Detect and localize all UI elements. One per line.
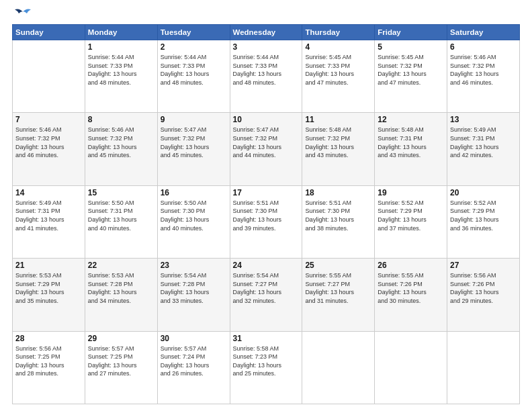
calendar-cell bbox=[375, 331, 447, 404]
day-info: Sunrise: 5:45 AM Sunset: 7:32 PM Dayligh… bbox=[378, 53, 444, 87]
day-number: 19 bbox=[378, 188, 444, 197]
calendar-cell: 5Sunrise: 5:45 AM Sunset: 7:32 PM Daylig… bbox=[375, 40, 447, 113]
calendar-cell: 31Sunrise: 5:58 AM Sunset: 7:23 PM Dayli… bbox=[230, 331, 302, 404]
day-info: Sunrise: 5:46 AM Sunset: 7:32 PM Dayligh… bbox=[88, 126, 154, 159]
day-info: Sunrise: 5:47 AM Sunset: 7:32 PM Dayligh… bbox=[161, 126, 227, 159]
calendar-cell: 6Sunrise: 5:46 AM Sunset: 7:32 PM Daylig… bbox=[447, 40, 520, 113]
calendar-header-tuesday: Tuesday bbox=[157, 25, 230, 40]
day-info: Sunrise: 5:57 AM Sunset: 7:24 PM Dayligh… bbox=[161, 345, 227, 378]
day-number: 8 bbox=[88, 115, 154, 124]
calendar-cell bbox=[13, 40, 85, 113]
day-number: 16 bbox=[161, 188, 227, 197]
day-number: 12 bbox=[378, 115, 444, 124]
calendar-cell bbox=[447, 331, 520, 404]
calendar-cell: 4Sunrise: 5:45 AM Sunset: 7:33 PM Daylig… bbox=[302, 40, 375, 113]
calendar-cell: 17Sunrise: 5:51 AM Sunset: 7:30 PM Dayli… bbox=[230, 185, 302, 258]
calendar-cell: 29Sunrise: 5:57 AM Sunset: 7:25 PM Dayli… bbox=[85, 331, 157, 404]
calendar-cell: 23Sunrise: 5:54 AM Sunset: 7:28 PM Dayli… bbox=[157, 259, 230, 331]
calendar-cell: 20Sunrise: 5:52 AM Sunset: 7:29 PM Dayli… bbox=[447, 185, 520, 258]
day-number: 5 bbox=[378, 42, 444, 52]
day-info: Sunrise: 5:58 AM Sunset: 7:23 PM Dayligh… bbox=[233, 345, 300, 378]
day-info: Sunrise: 5:55 AM Sunset: 7:27 PM Dayligh… bbox=[305, 271, 371, 305]
day-info: Sunrise: 5:46 AM Sunset: 7:32 PM Dayligh… bbox=[450, 53, 517, 87]
calendar-cell: 3Sunrise: 5:44 AM Sunset: 7:33 PM Daylig… bbox=[230, 40, 302, 113]
calendar-cell: 8Sunrise: 5:46 AM Sunset: 7:32 PM Daylig… bbox=[85, 113, 157, 185]
day-info: Sunrise: 5:50 AM Sunset: 7:30 PM Dayligh… bbox=[161, 199, 227, 232]
calendar-cell: 30Sunrise: 5:57 AM Sunset: 7:24 PM Dayli… bbox=[157, 331, 230, 404]
day-number: 22 bbox=[88, 261, 154, 270]
day-number: 6 bbox=[450, 42, 517, 52]
calendar-cell bbox=[302, 331, 375, 404]
calendar-week-row: 7Sunrise: 5:46 AM Sunset: 7:32 PM Daylig… bbox=[13, 113, 520, 185]
calendar-cell: 24Sunrise: 5:54 AM Sunset: 7:27 PM Dayli… bbox=[230, 259, 302, 331]
calendar-cell: 15Sunrise: 5:50 AM Sunset: 7:31 PM Dayli… bbox=[85, 185, 157, 258]
day-info: Sunrise: 5:56 AM Sunset: 7:25 PM Dayligh… bbox=[15, 345, 82, 378]
calendar-cell: 19Sunrise: 5:52 AM Sunset: 7:29 PM Dayli… bbox=[375, 185, 447, 258]
calendar-cell: 2Sunrise: 5:44 AM Sunset: 7:33 PM Daylig… bbox=[157, 40, 230, 113]
header bbox=[12, 12, 520, 19]
calendar-week-row: 1Sunrise: 5:44 AM Sunset: 7:33 PM Daylig… bbox=[13, 40, 520, 113]
day-number: 3 bbox=[233, 42, 300, 52]
day-number: 10 bbox=[233, 115, 300, 124]
day-info: Sunrise: 5:57 AM Sunset: 7:25 PM Dayligh… bbox=[88, 345, 154, 378]
day-info: Sunrise: 5:53 AM Sunset: 7:28 PM Dayligh… bbox=[88, 271, 154, 305]
calendar-week-row: 21Sunrise: 5:53 AM Sunset: 7:29 PM Dayli… bbox=[13, 259, 520, 331]
calendar-header-sunday: Sunday bbox=[13, 25, 85, 40]
day-info: Sunrise: 5:53 AM Sunset: 7:29 PM Dayligh… bbox=[15, 271, 82, 305]
day-number: 26 bbox=[378, 261, 444, 270]
day-info: Sunrise: 5:50 AM Sunset: 7:31 PM Dayligh… bbox=[88, 199, 154, 232]
calendar-header-wednesday: Wednesday bbox=[230, 25, 302, 40]
day-info: Sunrise: 5:54 AM Sunset: 7:27 PM Dayligh… bbox=[233, 271, 300, 305]
day-number: 20 bbox=[450, 188, 517, 197]
calendar-cell: 28Sunrise: 5:56 AM Sunset: 7:25 PM Dayli… bbox=[13, 331, 85, 404]
day-info: Sunrise: 5:45 AM Sunset: 7:33 PM Dayligh… bbox=[305, 53, 371, 87]
day-number: 13 bbox=[450, 115, 517, 124]
calendar-cell: 22Sunrise: 5:53 AM Sunset: 7:28 PM Dayli… bbox=[85, 259, 157, 331]
day-number: 24 bbox=[233, 261, 300, 270]
day-number: 29 bbox=[88, 334, 154, 343]
day-info: Sunrise: 5:56 AM Sunset: 7:26 PM Dayligh… bbox=[450, 271, 517, 305]
day-info: Sunrise: 5:49 AM Sunset: 7:31 PM Dayligh… bbox=[450, 126, 517, 159]
calendar-cell: 10Sunrise: 5:47 AM Sunset: 7:32 PM Dayli… bbox=[230, 113, 302, 185]
day-number: 28 bbox=[15, 334, 82, 343]
day-number: 4 bbox=[305, 42, 371, 52]
day-number: 14 bbox=[15, 188, 82, 197]
calendar-cell: 7Sunrise: 5:46 AM Sunset: 7:32 PM Daylig… bbox=[13, 113, 85, 185]
day-number: 30 bbox=[161, 334, 227, 343]
calendar-cell: 25Sunrise: 5:55 AM Sunset: 7:27 PM Dayli… bbox=[302, 259, 375, 331]
day-info: Sunrise: 5:44 AM Sunset: 7:33 PM Dayligh… bbox=[88, 53, 154, 87]
calendar-cell: 13Sunrise: 5:49 AM Sunset: 7:31 PM Dayli… bbox=[447, 113, 520, 185]
logo bbox=[12, 12, 32, 19]
day-info: Sunrise: 5:52 AM Sunset: 7:29 PM Dayligh… bbox=[450, 199, 517, 232]
day-number: 21 bbox=[15, 261, 82, 270]
day-info: Sunrise: 5:44 AM Sunset: 7:33 PM Dayligh… bbox=[233, 53, 300, 87]
day-info: Sunrise: 5:46 AM Sunset: 7:32 PM Dayligh… bbox=[15, 126, 82, 159]
day-info: Sunrise: 5:44 AM Sunset: 7:33 PM Dayligh… bbox=[161, 53, 227, 87]
day-number: 17 bbox=[233, 188, 300, 197]
calendar-cell: 12Sunrise: 5:48 AM Sunset: 7:31 PM Dayli… bbox=[375, 113, 447, 185]
day-number: 31 bbox=[233, 334, 300, 343]
calendar-cell: 26Sunrise: 5:55 AM Sunset: 7:26 PM Dayli… bbox=[375, 259, 447, 331]
calendar-table: SundayMondayTuesdayWednesdayThursdayFrid… bbox=[12, 24, 520, 404]
calendar-cell: 11Sunrise: 5:48 AM Sunset: 7:32 PM Dayli… bbox=[302, 113, 375, 185]
calendar-cell: 27Sunrise: 5:56 AM Sunset: 7:26 PM Dayli… bbox=[447, 259, 520, 331]
day-info: Sunrise: 5:49 AM Sunset: 7:31 PM Dayligh… bbox=[15, 199, 82, 232]
day-info: Sunrise: 5:47 AM Sunset: 7:32 PM Dayligh… bbox=[233, 126, 300, 159]
day-number: 2 bbox=[161, 42, 227, 52]
calendar-header-thursday: Thursday bbox=[302, 25, 375, 40]
calendar-header-saturday: Saturday bbox=[447, 25, 520, 40]
calendar-header-monday: Monday bbox=[85, 25, 157, 40]
calendar-cell: 9Sunrise: 5:47 AM Sunset: 7:32 PM Daylig… bbox=[157, 113, 230, 185]
calendar-cell: 1Sunrise: 5:44 AM Sunset: 7:33 PM Daylig… bbox=[85, 40, 157, 113]
calendar-cell: 18Sunrise: 5:51 AM Sunset: 7:30 PM Dayli… bbox=[302, 185, 375, 258]
calendar-cell: 16Sunrise: 5:50 AM Sunset: 7:30 PM Dayli… bbox=[157, 185, 230, 258]
day-info: Sunrise: 5:55 AM Sunset: 7:26 PM Dayligh… bbox=[378, 271, 444, 305]
day-info: Sunrise: 5:48 AM Sunset: 7:32 PM Dayligh… bbox=[305, 126, 371, 159]
day-info: Sunrise: 5:51 AM Sunset: 7:30 PM Dayligh… bbox=[305, 199, 371, 232]
logo-bird-icon bbox=[13, 7, 32, 19]
day-number: 7 bbox=[15, 115, 82, 124]
day-info: Sunrise: 5:51 AM Sunset: 7:30 PM Dayligh… bbox=[233, 199, 300, 232]
day-number: 23 bbox=[161, 261, 227, 270]
day-info: Sunrise: 5:48 AM Sunset: 7:31 PM Dayligh… bbox=[378, 126, 444, 159]
day-number: 18 bbox=[305, 188, 371, 197]
